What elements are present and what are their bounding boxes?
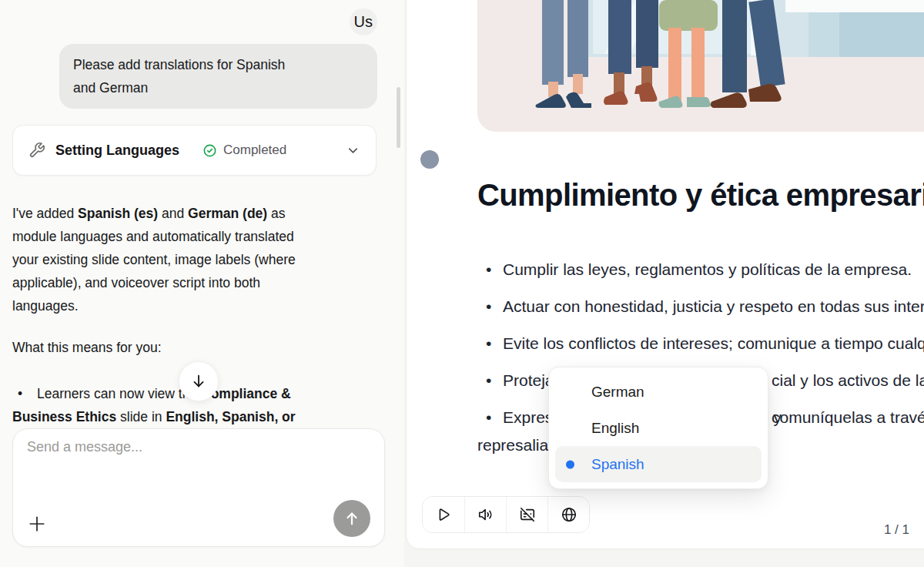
speaker-icon <box>477 506 494 523</box>
captions-button[interactable] <box>506 497 547 532</box>
slide-bullet-continuation: cial y los activos de la empresa. <box>772 371 924 390</box>
arrow-up-icon <box>343 510 360 527</box>
user-message-line: Please add translations for Spanish <box>73 53 363 76</box>
slide-bullet: •Actuar con honestidad, justicia y respe… <box>477 297 924 316</box>
tool-card-status: Completed <box>223 143 286 158</box>
app-window: Us Please add translations for Spanish a… <box>0 0 924 567</box>
bullet-marker: • <box>477 260 503 279</box>
slide-bullet: •Cumplir las leyes, reglamentos y políti… <box>477 260 912 279</box>
bullet-marker: • <box>477 297 503 316</box>
tool-card-title: Setting Languages <box>55 143 179 159</box>
chat-panel: Us Please add translations for Spanish a… <box>0 0 405 567</box>
message-input[interactable]: Send a message... <box>27 439 142 455</box>
wrench-icon <box>28 142 45 159</box>
slide-title: Cumplimiento y ética empresarial <box>477 176 924 213</box>
bullet-marker: • <box>477 371 503 390</box>
bullet-marker: • <box>477 334 503 353</box>
user-message-bubble: Please add translations for Spanish and … <box>59 44 377 109</box>
chevron-down-icon[interactable] <box>346 143 360 158</box>
selected-dot-icon <box>566 460 574 468</box>
dropdown-item-german[interactable]: German <box>555 374 762 410</box>
language-globe-button[interactable] <box>547 497 589 532</box>
bullet-marker: • <box>477 408 503 427</box>
play-icon <box>435 506 452 523</box>
slide-bullet: •Evite los conflictos de intereses; comu… <box>477 334 924 353</box>
drag-handle-dot[interactable] <box>420 150 439 169</box>
play-button[interactable] <box>423 497 464 532</box>
check-circle-icon <box>203 143 217 158</box>
message-composer[interactable]: Send a message... <box>12 428 385 547</box>
globe-icon <box>561 506 578 523</box>
tool-status-card[interactable]: Setting Languages Completed <box>12 125 377 176</box>
attach-button[interactable] <box>25 512 49 535</box>
dropdown-item-english[interactable]: English <box>555 410 762 446</box>
slide-preview-panel: Cumplimiento y ética empresarial •Cumpli… <box>404 0 924 567</box>
user-message-line: and German <box>73 76 363 99</box>
send-button[interactable] <box>333 500 370 537</box>
slide-bullet-continuation: comuníquelas a través de los canales y s… <box>772 408 924 427</box>
user-avatar: Us <box>350 8 377 35</box>
arrow-down-icon <box>190 373 207 390</box>
captions-off-icon <box>519 506 536 523</box>
scroll-down-button[interactable] <box>179 361 219 401</box>
playback-toolbar <box>422 496 590 533</box>
language-dropdown: German English Spanish <box>548 367 768 489</box>
scrollbar-thumb[interactable] <box>397 87 400 148</box>
dropdown-item-spanish[interactable]: Spanish <box>555 446 762 482</box>
audio-button[interactable] <box>464 497 506 532</box>
slide-illustration <box>477 0 924 132</box>
plus-icon <box>27 514 47 534</box>
page-indicator: 1 / 1 <box>884 522 909 538</box>
